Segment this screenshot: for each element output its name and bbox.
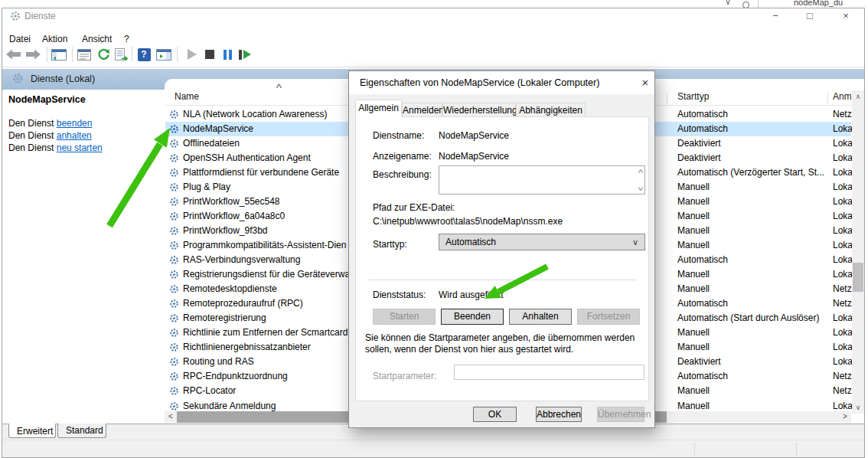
service-starttype: Manuell — [677, 326, 830, 340]
spin-down-icon[interactable]: ∨ — [637, 185, 644, 192]
scroll-left-icon[interactable]: < — [165, 411, 177, 423]
sort-ascending-icon: ∧ — [275, 82, 283, 90]
tab-abhaengigkeiten[interactable]: Abhängigkeiten — [516, 103, 586, 117]
service-gear-icon — [169, 371, 179, 381]
stop-service-button[interactable] — [201, 46, 218, 63]
spin-up-icon[interactable]: ∧ — [637, 168, 644, 175]
background-window-fragment: ∨ nodeMap_du — [712, 0, 865, 8]
service-gear-icon — [169, 153, 179, 163]
tab-wiederherstellung[interactable]: Wiederherstellung — [442, 103, 516, 117]
service-starttype: Manuell — [677, 180, 830, 195]
pause-service-button[interactable] — [219, 46, 236, 63]
menu-hilfe[interactable]: ? — [121, 32, 132, 46]
refresh-button[interactable] — [95, 46, 112, 63]
banner-title: Dienste (Lokal) — [31, 74, 95, 84]
column-header-starttyp[interactable]: Starttyp — [677, 91, 709, 102]
service-starttype: Manuell — [677, 384, 830, 398]
service-starttype: Manuell — [677, 224, 830, 238]
group-separator — [368, 280, 638, 280]
screen: ∨ nodeMap_du Dienste − □ × Datei Aktion … — [0, 0, 868, 458]
export-list-button[interactable] — [113, 46, 130, 63]
service-gear-icon — [169, 386, 179, 396]
start-service-button[interactable] — [184, 46, 201, 63]
action-pane-button[interactable] — [155, 46, 172, 63]
service-gear-icon — [169, 226, 179, 236]
service-gear-icon — [169, 197, 179, 207]
service-logonas: Loka — [833, 224, 852, 238]
scroll-right-icon[interactable]: > — [839, 411, 851, 423]
menu-aktion[interactable]: Aktion — [39, 32, 70, 46]
back-button[interactable] — [5, 46, 21, 63]
tab-anmelden[interactable]: Anmelden — [402, 103, 442, 117]
service-logonas: Netz — [833, 282, 852, 296]
uebernehmen-button[interactable]: Übernehmen — [597, 407, 644, 422]
service-starttype: Automatisch (Start durch Auslöser) — [677, 311, 830, 326]
window-title: Dienste — [24, 11, 56, 21]
service-starttype: Manuell — [677, 340, 830, 355]
column-divider[interactable] — [667, 93, 667, 104]
forward-button[interactable] — [24, 46, 41, 63]
tab-standard[interactable]: Standard — [57, 424, 106, 438]
beschreibung-label: Beschreibung: — [373, 169, 432, 180]
scroll-down-icon[interactable]: ∨ — [852, 401, 864, 414]
app-gear-icon — [10, 11, 21, 21]
menu-datei[interactable]: Datei — [6, 32, 34, 46]
service-starttype: Deaktiviert — [677, 136, 830, 151]
service-gear-icon — [169, 110, 179, 119]
service-gear-icon — [169, 211, 179, 221]
service-gear-icon — [169, 401, 179, 411]
service-logonas: Loka — [833, 195, 852, 209]
dialog-titlebar: Eigenschaften von NodeMapService (Lokale… — [349, 71, 654, 94]
service-gear-icon — [169, 342, 179, 352]
service-logonas: Loka — [833, 355, 852, 369]
stop-icon — [205, 50, 214, 59]
column-header-anmelden[interactable]: Anmelden als — [833, 91, 851, 102]
starttyp-dropdown[interactable]: Automatisch ∨ — [439, 234, 645, 250]
startparameter-input[interactable] — [454, 365, 644, 380]
column-header-name[interactable]: Name — [175, 91, 199, 102]
service-starttype: Manuell — [677, 209, 830, 224]
service-logonas: Loka — [833, 267, 852, 282]
toolbar-divider — [2, 67, 864, 67]
toolbar-separator — [72, 47, 73, 62]
dialog-title: Eigenschaften von NodeMapService (Lokale… — [360, 77, 599, 88]
service-starttype: Manuell — [677, 238, 830, 253]
column-divider[interactable] — [827, 93, 828, 104]
scroll-up-icon[interactable]: ∧ — [852, 90, 864, 103]
beschreibung-textarea[interactable]: ∧ ∨ — [439, 165, 645, 195]
pfad-value: C:\inetpub\wwwroot\talas5\nodeMap\nssm.e… — [373, 216, 563, 227]
close-button[interactable]: × — [834, 9, 857, 23]
service-starttype: Manuell — [677, 267, 830, 282]
minimize-button[interactable]: − — [764, 9, 787, 23]
fortsetzen-button[interactable]: Fortsetzen — [577, 309, 640, 325]
anhalten-button[interactable]: Anhalten — [509, 309, 572, 325]
properties-button[interactable] — [76, 46, 93, 63]
abbrechen-button[interactable]: Abbrechen — [536, 407, 582, 422]
restart-icon — [239, 50, 251, 60]
startparameter-hint: Sie können die Startparameter angeben, d… — [365, 332, 651, 355]
starttyp-selected-value: Automatisch — [445, 237, 496, 247]
beenden-button[interactable]: Beenden — [441, 309, 504, 325]
service-logonas: Loka — [833, 238, 852, 253]
menu-ansicht[interactable]: Ansicht — [79, 32, 115, 46]
stop-service-link[interactable]: beenden — [57, 118, 93, 129]
restart-service-button[interactable] — [237, 46, 253, 63]
chevron-down-icon: ∨ — [632, 234, 638, 250]
restart-service-link[interactable]: neu starten — [57, 142, 103, 153]
tab-allgemein[interactable]: Allgemein — [355, 100, 402, 117]
maximize-button[interactable]: □ — [798, 9, 821, 23]
console-tree-button[interactable] — [51, 46, 67, 63]
pause-icon — [224, 50, 232, 60]
tab-erweitert[interactable]: Erweitert — [8, 424, 56, 438]
help-button[interactable]: ? — [135, 46, 152, 63]
vertical-scrollbar-thumb[interactable] — [853, 263, 863, 292]
taskpane-service-title: NodeMapService — [8, 94, 86, 105]
divider — [758, 0, 759, 8]
ok-button[interactable]: OK — [473, 407, 517, 422]
service-starttype: Automatisch — [677, 107, 830, 122]
vertical-scrollbar[interactable]: ∧ ∨ — [852, 90, 864, 414]
pause-service-link[interactable]: anhalten — [57, 130, 92, 141]
service-gear-icon — [169, 313, 179, 323]
starten-button[interactable]: Starten — [373, 309, 436, 325]
dialog-close-icon[interactable]: × — [637, 74, 654, 91]
